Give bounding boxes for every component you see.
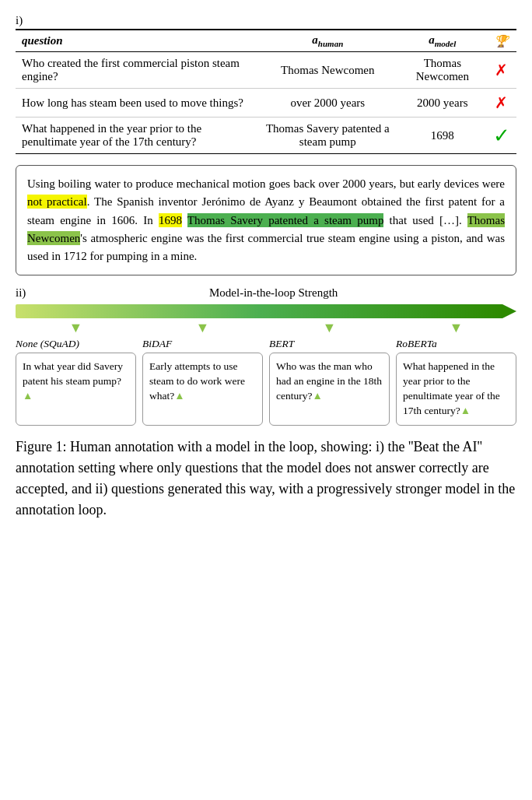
card-col-1: BiDAF Early attempts to use steam to do …: [142, 338, 263, 426]
col-header-a-human: ahuman: [257, 30, 398, 52]
passage-text-1: Using boiling water to produce mechanica…: [27, 177, 505, 190]
card-col-0: None (SQuAD) In what year did Savery pat…: [16, 338, 136, 426]
model-label-0: None (SQuAD): [16, 338, 136, 350]
model-label-1: BiDAF: [142, 338, 263, 350]
a-human-cell: over 2000 years: [257, 89, 398, 118]
col-header-trophy: 🏆: [487, 30, 516, 52]
arrow-down-4: ▼: [450, 320, 464, 335]
passage-box: Using boiling water to produce mechanica…: [16, 165, 516, 275]
question-cell: Who created the first commercial piston …: [16, 52, 257, 89]
arrow-down-1: ▼: [69, 320, 83, 335]
check-icon: ✓: [493, 125, 510, 147]
model-label-2: BERT: [269, 338, 390, 350]
card-col-2: BERT Who was the man who had an engine i…: [269, 338, 390, 426]
arrow-head: [502, 304, 516, 318]
card-arrows-row: ▼ ▼ ▼ ▼: [16, 320, 516, 336]
gradient-bar: [16, 304, 502, 318]
triangle-2: ▲: [312, 390, 322, 402]
section-ii-label: ii): [16, 286, 26, 300]
table-row: Who created the first commercial piston …: [16, 52, 516, 89]
highlight-thomas-savery: Thomas Savery patented a steam pump: [187, 213, 384, 227]
card-question-0: In what year did Savery patent his steam…: [23, 360, 123, 402]
arrow-down-2: ▼: [196, 320, 210, 335]
passage-text-3: [182, 214, 187, 226]
card-col-3: RoBERTa What happened in the year prior …: [396, 338, 516, 426]
mitl-title: Model-in-the-loop Strength: [30, 286, 516, 300]
correct-icon-cell: ✗: [487, 52, 516, 89]
highlight-1698: 1698: [159, 213, 182, 227]
a-model-cell: 1698: [398, 118, 487, 154]
table-row: What happened in the year prior to the p…: [16, 118, 516, 154]
triangle-1: ▲: [174, 390, 184, 402]
card-question-1: Early attempts to use steam to do work w…: [149, 360, 245, 402]
card-box-2: Who was the man who had an engine in the…: [269, 353, 390, 426]
a-human-cell: Thomas Newcomen: [257, 52, 398, 89]
a-human-cell: Thomas Savery patented a steam pump: [257, 118, 398, 154]
a-model-cell: Thomas Newcomen: [398, 52, 487, 89]
passage-text-4: that used […].: [383, 214, 467, 226]
model-label-3: RoBERTa: [396, 338, 516, 350]
figure-caption: Figure 1: Human annotation with a model …: [16, 437, 516, 521]
card-box-0: In what year did Savery patent his steam…: [16, 353, 136, 426]
col-header-question: question: [16, 30, 257, 52]
correct-icon-cell: ✓: [487, 118, 516, 154]
section-i-label: i): [16, 14, 23, 27]
model-cards-row: None (SQuAD) In what year did Savery pat…: [16, 338, 516, 426]
highlight-not-practical: not practical: [27, 195, 87, 209]
qa-table: question ahuman amodel 🏆 Who created the…: [16, 29, 516, 154]
card-box-3: What happened in the year prior to the p…: [396, 353, 516, 426]
col-header-a-model: amodel: [398, 30, 487, 52]
arrow-down-3: ▼: [323, 320, 337, 335]
card-box-1: Early attempts to use steam to do work w…: [142, 353, 263, 426]
triangle-3: ▲: [460, 405, 471, 416]
passage-text-5: 's atmospheric engine was the first comm…: [27, 232, 505, 262]
question-cell: What happened in the year prior to the p…: [16, 118, 257, 154]
strength-arrow: [16, 301, 516, 318]
a-model-cell: 2000 years: [398, 89, 487, 118]
correct-icon-cell: ✗: [487, 89, 516, 118]
card-question-3: What happened in the year prior to the p…: [403, 360, 500, 416]
question-cell: How long has steam been used to move thi…: [16, 89, 257, 118]
card-question-2: Who was the man who had an engine in the…: [276, 360, 382, 402]
table-row: How long has steam been used to move thi…: [16, 89, 516, 118]
wrong-icon: ✗: [495, 94, 508, 111]
wrong-icon: ✗: [495, 61, 508, 79]
triangle-0: ▲: [23, 390, 33, 402]
